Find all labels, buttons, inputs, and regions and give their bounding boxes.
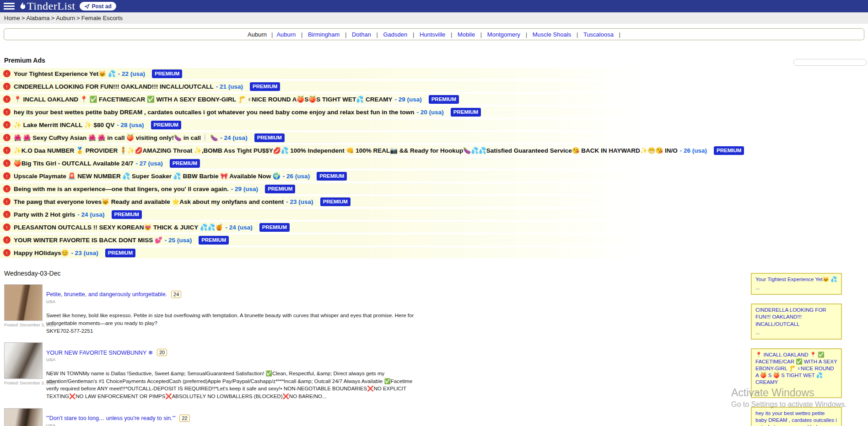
premium-ad-title[interactable]: The pawg that everyone loves🐱 Ready and …	[14, 198, 284, 205]
boost-up-icon[interactable]: ↑	[3, 160, 11, 167]
premium-ad-row: ↑ YOUR WINTER FAVORITE IS BACK DONT MISS…	[0, 234, 868, 245]
city-link[interactable]: Montgomery	[487, 31, 520, 38]
premium-ad-title[interactable]: ✨ Lake Merritt INCALL ✨ $80 QV	[14, 121, 114, 128]
premium-ad-title[interactable]: 📍 INCALL OAKLAND 📍 ✅ FACETIME/CAR ✅ WITH…	[14, 96, 392, 103]
boost-up-icon[interactable]: ↑	[3, 83, 11, 90]
date-heading: Wednesday-03-Dec	[4, 270, 868, 277]
boost-up-icon[interactable]: ↑	[3, 198, 11, 205]
sidebar-ad-box[interactable]: hey its your best wettes petite baby DRE…	[751, 407, 842, 426]
breadcrumb-home[interactable]: Home	[4, 15, 20, 21]
sidebar-ad-link[interactable]: hey its your best wettes petite baby DRE…	[755, 410, 837, 426]
sidebar-ad-box[interactable]: CINDERELLA LOOKING FOR FUN!!! OAKLAND!!!…	[751, 304, 842, 340]
listing-photo-column: Posted: December 3, 2025	[4, 342, 46, 401]
premium-ad-title[interactable]: hey its your best wettes petite baby DRE…	[14, 109, 414, 116]
premium-ad-title[interactable]: Party with 2 Hot girls	[14, 211, 75, 218]
premium-ad-row: ↑ PLEASANTON OUTCALLS !! SEXY KOREAN😻 TH…	[0, 222, 868, 233]
age-badge: 22	[179, 415, 189, 422]
premium-badge[interactable]: PREMIUM	[451, 108, 481, 117]
premium-ad-title[interactable]: 🍑Big Tits Girl - OUTCALL Available 24/7	[14, 160, 133, 167]
listing-row: Posted: December 3, 2025 YOUR NEW FAVORI…	[4, 342, 868, 401]
premium-badge[interactable]: PREMIUM	[250, 82, 280, 91]
premium-badge[interactable]: PREMIUM	[170, 159, 200, 168]
city-link[interactable]: Mobile	[458, 31, 475, 38]
boost-up-icon[interactable]: ↑	[3, 211, 11, 218]
listing-thumbnail[interactable]	[4, 408, 43, 426]
boost-up-icon[interactable]: ↑	[3, 134, 11, 141]
sidebar-ad-more: ...	[755, 330, 760, 335]
sidebar-ad-box[interactable]: Your Tightest Experience Yet🐱 💦 ...	[751, 273, 842, 295]
floating-input-box[interactable]	[793, 59, 867, 66]
boost-up-icon[interactable]: ↑	[3, 96, 11, 103]
premium-badge[interactable]: PREMIUM	[265, 185, 295, 193]
premium-badge[interactable]: PREMIUM	[317, 172, 347, 181]
premium-badge[interactable]: PREMIUM	[112, 210, 142, 219]
listing-thumbnail[interactable]	[4, 342, 43, 379]
sidebar-ad-link[interactable]: CINDERELLA LOOKING FOR FUN!!! OAKLAND!!!…	[755, 307, 837, 328]
premium-ad-title[interactable]: Upscale Playmate 🚨 NEW NUMBER 💦 Super So…	[14, 172, 280, 180]
premium-badge[interactable]: PREMIUM	[714, 146, 744, 155]
premium-ad-title[interactable]: PLEASANTON OUTCALLS !! SEXY KOREAN😻 THIC…	[14, 224, 223, 231]
boost-up-icon[interactable]: ↑	[3, 70, 11, 77]
city-link[interactable]: Muscle Shoals	[533, 31, 571, 38]
premium-ads-heading: Premium Ads	[0, 54, 868, 66]
breadcrumb: Home > Alabama > Auburn > Female Escorts	[0, 12, 868, 24]
listing-thumbnail[interactable]	[4, 284, 43, 321]
premium-badge[interactable]: PREMIUM	[151, 121, 181, 129]
premium-badge[interactable]: PREMIUM	[254, 133, 285, 142]
listing-title-link[interactable]: Petite, brunette, and dangerously unforg…	[46, 291, 167, 298]
sidebar-ad-link[interactable]: 📍 INCALL OAKLAND 📍 ✅ FACETIME/CAR ✅ WITH…	[755, 351, 837, 386]
premium-ad-row: ↑ Upscale Playmate 🚨 NEW NUMBER 💦 Super …	[0, 170, 868, 181]
boost-up-icon[interactable]: ↑	[3, 236, 11, 244]
city-link[interactable]: Huntsville	[420, 31, 445, 38]
sidebar-ad-link[interactable]: Your Tightest Experience Yet🐱 💦	[755, 276, 837, 283]
premium-ad-title[interactable]: ✨K.O Daa NUMBER 🥇 PROVIDER 🧍✨💋AMAZING Th…	[14, 147, 678, 154]
premium-ad-row: ↑ The pawg that everyone loves🐱 Ready an…	[0, 196, 868, 207]
post-ad-button[interactable]: Post ad	[80, 2, 116, 11]
premium-ad-title[interactable]: Being with me is an experience—one that …	[14, 186, 229, 192]
site-logo-text: TinderList	[27, 0, 75, 12]
city-link[interactable]: Gadsden	[383, 31, 408, 38]
city-current: Auburn	[248, 31, 267, 38]
premium-badge[interactable]: PREMIUM	[152, 69, 182, 78]
listing-photo-column: Posted: December 3, 2025	[4, 284, 46, 335]
boost-up-icon[interactable]: ↑	[3, 185, 11, 192]
premium-badge[interactable]: PREMIUM	[105, 249, 135, 257]
premium-ad-age-country: - 21 (usa)	[216, 83, 243, 90]
premium-ad-row: ↑ hey its your best wettes petite baby D…	[0, 106, 868, 117]
premium-ad-title[interactable]: Your Tightest Experience Yet🐱 💦	[14, 70, 116, 77]
boost-up-icon[interactable]: ↑	[3, 121, 11, 128]
hamburger-menu-icon[interactable]	[4, 3, 15, 10]
sidebar-ad-box[interactable]: 📍 INCALL OAKLAND 📍 ✅ FACETIME/CAR ✅ WITH…	[751, 348, 842, 398]
boost-up-icon[interactable]: ↑	[3, 249, 11, 256]
boost-up-icon[interactable]: ↑	[3, 172, 11, 180]
boost-up-icon[interactable]: ↑	[3, 147, 11, 154]
city-link[interactable]: Auburn	[276, 31, 296, 38]
premium-ad-age-country: - 22 (usa)	[118, 70, 145, 77]
city-link[interactable]: Birmingham	[308, 31, 340, 38]
premium-sidebar: Your Tightest Experience Yet🐱 💦 ... CIND…	[751, 273, 842, 426]
listing-photo-column: Posted: December 3, 2025	[4, 408, 46, 426]
premium-badge[interactable]: PREMIUM	[320, 197, 350, 206]
listing-description: Sweet like honey, bold like espresso. Pe…	[46, 312, 419, 327]
site-logo[interactable]: TinderList	[18, 0, 75, 12]
city-link[interactable]: Tuscaloosa	[583, 31, 614, 38]
posted-date: Posted: December 3, 2025	[4, 322, 46, 327]
premium-badge[interactable]: PREMIUM	[259, 223, 290, 232]
listing-title-link[interactable]: YOUR NEW FAVORITE SNOWBUNNY ❄	[46, 349, 153, 356]
premium-ad-title[interactable]: 🌺 🌺 Sexy CuRvy Asian 🌺 🌺 in call 🍑 visit…	[14, 134, 218, 141]
premium-ad-title[interactable]: CINDERELLA LOOKING FOR FUN!!! OAKLAND!!!…	[14, 83, 214, 90]
premium-ad-age-country: - 27 (usa)	[135, 160, 162, 167]
breadcrumb-state[interactable]: Alabama	[26, 15, 49, 21]
breadcrumb-city[interactable]: Auburn	[56, 15, 75, 21]
premium-ad-title[interactable]: YOUR WINTER FAVORITE IS BACK DONT MISS 💕	[14, 236, 162, 244]
premium-ad-age-country: - 28 (usa)	[117, 122, 144, 128]
premium-ad-title[interactable]: Happy HOlidays😊	[14, 249, 69, 256]
boost-up-icon[interactable]: ↑	[3, 108, 11, 116]
premium-badge[interactable]: PREMIUM	[429, 95, 459, 104]
city-link-list: Auburn | Birmingham | Dothan | Gadsden |…	[275, 31, 623, 38]
boost-up-icon[interactable]: ↑	[3, 224, 11, 231]
premium-badge[interactable]: PREMIUM	[199, 236, 229, 245]
premium-ad-age-country: - 23 (usa)	[71, 250, 98, 256]
listing-title-link[interactable]: "'Don't stare too long… unless you're re…	[46, 415, 175, 421]
city-link[interactable]: Dothan	[352, 31, 371, 38]
